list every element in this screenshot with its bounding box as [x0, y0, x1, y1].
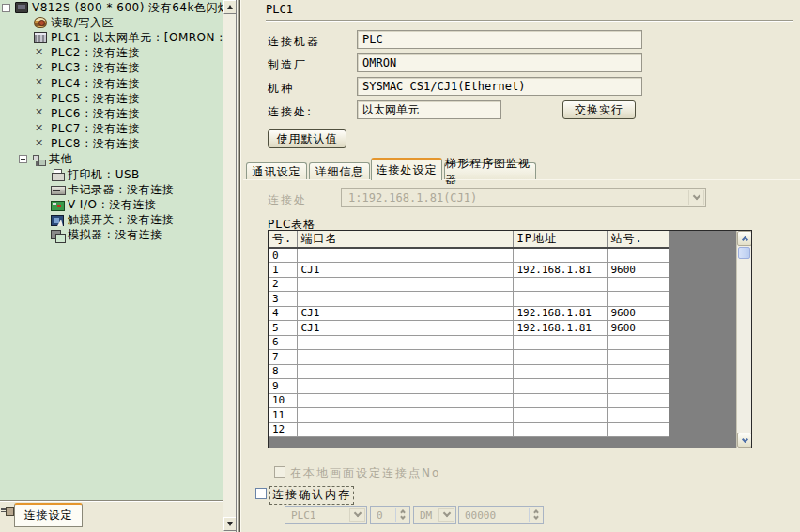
cell-no[interactable]: 6 — [269, 335, 297, 350]
cell-port[interactable]: CJ1 — [297, 306, 513, 321]
table-row[interactable]: 7 — [269, 350, 669, 365]
cell-station[interactable] — [607, 393, 669, 408]
table-scroll-up-button[interactable] — [737, 231, 752, 246]
cell-port[interactable] — [297, 422, 513, 437]
table-row[interactable]: 2 — [269, 277, 669, 292]
cell-no[interactable]: 5 — [269, 321, 297, 336]
cell-ip[interactable] — [513, 277, 607, 292]
cell-station[interactable]: 9600 — [607, 263, 669, 278]
target-combobox[interactable]: 1:192.168.1.81(CJ1) — [341, 188, 706, 207]
table-row[interactable]: 6 — [269, 335, 669, 350]
cell-ip[interactable] — [513, 292, 607, 307]
cell-no[interactable]: 4 — [269, 306, 297, 321]
cell-no[interactable]: 0 — [269, 248, 297, 263]
cell-ip[interactable]: 192.168.1.81 — [513, 306, 607, 321]
table-scroll-thumb[interactable] — [738, 247, 750, 259]
cell-station[interactable] — [607, 408, 669, 423]
cell-port[interactable] — [297, 277, 513, 292]
table-row[interactable]: 3 — [269, 292, 669, 307]
cell-ip[interactable] — [513, 408, 607, 423]
cell-no[interactable]: 9 — [269, 379, 297, 394]
tree-item[interactable]: PLC3 : 没有连接 — [0, 61, 223, 76]
tree-item[interactable]: PLC6 : 没有连接 — [0, 106, 223, 121]
cell-no[interactable]: 7 — [269, 350, 297, 365]
tree-item[interactable]: 模拟器 : 没有连接 — [0, 228, 223, 243]
tab-ladder-monitor[interactable]: 梯形程序图监视器 — [444, 162, 536, 180]
cell-no[interactable]: 12 — [269, 422, 297, 437]
table-row[interactable]: 8 — [269, 364, 669, 379]
tree-item[interactable]: PLC8 : 没有连接 — [0, 137, 223, 152]
tree-item[interactable]: PLC1 : 以太网单元 : [OMRON : S — [0, 30, 223, 45]
table-row[interactable]: 10 — [269, 393, 669, 408]
tab-connection-setting[interactable]: 连接设定 — [14, 503, 83, 527]
tab-target-settings[interactable]: 连接处设定 — [371, 158, 442, 180]
tree-item[interactable]: PLC5 : 没有连接 — [0, 91, 223, 106]
cell-station[interactable] — [607, 364, 669, 379]
device-field[interactable]: PLC — [357, 30, 642, 49]
cell-station[interactable] — [607, 350, 669, 365]
cell-station[interactable] — [607, 335, 669, 350]
table-scroll-down-button[interactable] — [737, 433, 752, 448]
tree-item[interactable]: 触摸开关 : 没有连接 — [0, 213, 223, 228]
port-field[interactable]: 以太网单元 — [357, 100, 501, 119]
tree-item[interactable]: V812S (800 * 600) 没有64k色闪烁 — [0, 0, 223, 15]
table-row[interactable]: 12 — [269, 422, 669, 437]
cell-no[interactable]: 8 — [269, 364, 297, 379]
cell-station[interactable] — [607, 379, 669, 394]
swap-execute-button[interactable]: 交换实行 — [562, 100, 636, 119]
table-row[interactable]: 5 CJ1 192.168.1.81 9600 — [269, 321, 669, 336]
table-scrollbar[interactable] — [736, 231, 751, 448]
cell-no[interactable]: 2 — [269, 277, 297, 292]
tree-item[interactable]: V-I/O : 没有连接 — [0, 197, 223, 212]
tree-item[interactable]: PLC4 : 没有连接 — [0, 76, 223, 91]
expander-icon[interactable] — [2, 4, 10, 12]
table-row[interactable]: 1 CJ1 192.168.1.81 9600 — [269, 263, 669, 278]
cell-ip[interactable] — [513, 364, 607, 379]
cell-station[interactable] — [607, 277, 669, 292]
cell-port[interactable] — [297, 292, 513, 307]
cell-ip[interactable] — [513, 248, 607, 263]
table-row[interactable]: 11 — [269, 408, 669, 423]
cell-port[interactable]: CJ1 — [297, 263, 513, 278]
scroll-up-button[interactable] — [223, 0, 237, 14]
tab-detail-info[interactable]: 详细信息 — [309, 162, 370, 180]
cell-station[interactable] — [607, 292, 669, 307]
cell-ip[interactable] — [513, 379, 607, 394]
tree-item[interactable]: 打印机 : USB — [0, 167, 223, 182]
cell-port[interactable] — [297, 408, 513, 423]
cell-station[interactable] — [607, 422, 669, 437]
cell-no[interactable]: 11 — [269, 408, 297, 423]
cell-port[interactable] — [297, 350, 513, 365]
tab-communication[interactable]: 通讯设定 — [246, 162, 307, 180]
cell-ip[interactable] — [513, 335, 607, 350]
cell-port[interactable] — [297, 364, 513, 379]
cell-ip[interactable]: 192.168.1.81 — [513, 263, 607, 278]
cell-port[interactable] — [297, 248, 513, 263]
use-default-button[interactable]: 使用默认值 — [268, 129, 346, 148]
tree-item[interactable]: 其他 — [0, 152, 223, 167]
tree-item[interactable]: 卡记录器 : 没有连接 — [0, 182, 223, 197]
cell-ip[interactable]: 192.168.1.81 — [513, 321, 607, 336]
cell-port[interactable] — [297, 379, 513, 394]
expander-icon[interactable] — [19, 155, 27, 163]
table-row[interactable]: 4 CJ1 192.168.1.81 9600 — [269, 306, 669, 321]
cell-station[interactable]: 9600 — [607, 321, 669, 336]
cell-ip[interactable] — [513, 393, 607, 408]
connect-confirm-checkbox-label[interactable]: 连接确认内存 — [270, 487, 353, 504]
tree-scrollbar[interactable] — [223, 0, 236, 532]
cell-station[interactable] — [607, 248, 669, 263]
pane-splitter[interactable] — [236, 0, 243, 532]
table-row[interactable]: 9 — [269, 379, 669, 394]
scroll-down-button[interactable] — [223, 517, 237, 531]
model-field[interactable]: SYSMAC CS1/CJ1(Ethernet) — [357, 77, 642, 96]
tree-item[interactable]: PLC7 : 没有连接 — [0, 122, 223, 137]
manufacturer-field[interactable]: OMRON — [357, 53, 642, 72]
cell-port[interactable] — [297, 335, 513, 350]
cell-port[interactable] — [297, 393, 513, 408]
table-row[interactable]: 0 — [269, 248, 669, 263]
cell-station[interactable]: 9600 — [607, 306, 669, 321]
tree-item[interactable]: 读取/写入区 — [0, 15, 223, 30]
cell-ip[interactable] — [513, 350, 607, 365]
connect-confirm-checkbox[interactable] — [255, 488, 267, 499]
cell-no[interactable]: 10 — [269, 393, 297, 408]
